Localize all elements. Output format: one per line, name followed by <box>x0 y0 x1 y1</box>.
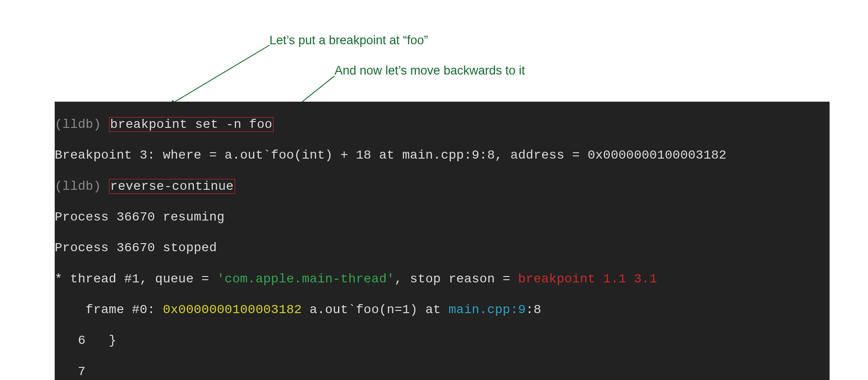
src-line-7: 7 <box>55 364 830 380</box>
slide-canvas: Let’s put a breakpoint at “foo” And now … <box>0 0 868 380</box>
term-line-resume: Process 36670 resuming <box>55 210 830 225</box>
term-line-frame: frame #0: 0x0000000100003182 a.out`foo(n… <box>55 302 830 318</box>
annotation-breakpoint: Let’s put a breakpoint at “foo” <box>269 33 428 47</box>
reverse-continue-cmd: reverse-continue <box>109 179 235 194</box>
src-line-6: 6 } <box>55 333 830 348</box>
term-line-thread: * thread #1, queue = 'com.apple.main-thr… <box>55 272 830 287</box>
term-line-cmd2: (lldb) reverse-continue <box>55 179 830 194</box>
term-line-bp: Breakpoint 3: where = a.out`foo(int) + 1… <box>55 148 830 163</box>
term-line-stopped: Process 36670 stopped <box>55 240 830 256</box>
annotation-reverse: And now let’s move backwards to it <box>335 63 525 78</box>
terminal-panel: (lldb) breakpoint set -n foo Breakpoint … <box>55 102 830 380</box>
breakpoint-set-cmd: breakpoint set -n foo <box>109 117 274 132</box>
term-line-cmd1: (lldb) breakpoint set -n foo <box>55 117 830 132</box>
svg-line-0 <box>168 45 269 106</box>
